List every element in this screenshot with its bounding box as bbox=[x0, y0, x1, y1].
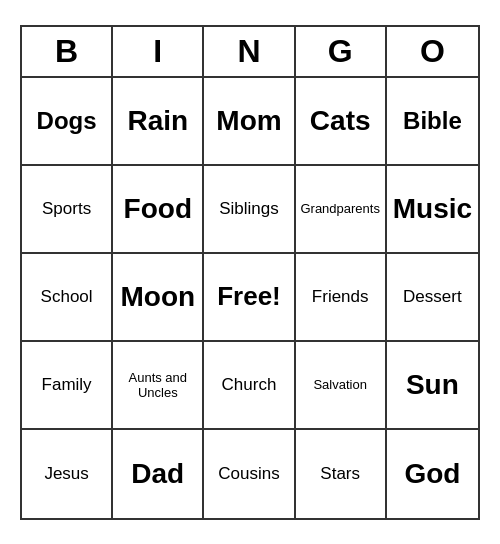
bingo-cell: Friends bbox=[296, 254, 387, 342]
bingo-cell: God bbox=[387, 430, 478, 518]
bingo-card: BINGO DogsRainMomCatsBibleSportsFoodSibl… bbox=[20, 25, 480, 520]
bingo-cell: Aunts and Uncles bbox=[113, 342, 204, 430]
bingo-header: BINGO bbox=[22, 27, 478, 78]
bingo-cell: Jesus bbox=[22, 430, 113, 518]
bingo-cell: Cousins bbox=[204, 430, 295, 518]
bingo-grid: DogsRainMomCatsBibleSportsFoodSiblingsGr… bbox=[22, 78, 478, 518]
header-letter: N bbox=[204, 27, 295, 76]
bingo-cell: Stars bbox=[296, 430, 387, 518]
bingo-cell: Siblings bbox=[204, 166, 295, 254]
bingo-cell: School bbox=[22, 254, 113, 342]
bingo-cell: Sun bbox=[387, 342, 478, 430]
header-letter: B bbox=[22, 27, 113, 76]
bingo-cell: Mom bbox=[204, 78, 295, 166]
bingo-cell: Dad bbox=[113, 430, 204, 518]
header-letter: O bbox=[387, 27, 478, 76]
bingo-cell: Family bbox=[22, 342, 113, 430]
bingo-cell: Grandparents bbox=[296, 166, 387, 254]
bingo-cell: Cats bbox=[296, 78, 387, 166]
bingo-cell: Music bbox=[387, 166, 478, 254]
bingo-cell: Dessert bbox=[387, 254, 478, 342]
bingo-cell: Sports bbox=[22, 166, 113, 254]
header-letter: I bbox=[113, 27, 204, 76]
bingo-cell: Free! bbox=[204, 254, 295, 342]
bingo-cell: Church bbox=[204, 342, 295, 430]
bingo-cell: Rain bbox=[113, 78, 204, 166]
bingo-cell: Food bbox=[113, 166, 204, 254]
bingo-cell: Dogs bbox=[22, 78, 113, 166]
bingo-cell: Moon bbox=[113, 254, 204, 342]
bingo-cell: Bible bbox=[387, 78, 478, 166]
header-letter: G bbox=[296, 27, 387, 76]
bingo-cell: Salvation bbox=[296, 342, 387, 430]
